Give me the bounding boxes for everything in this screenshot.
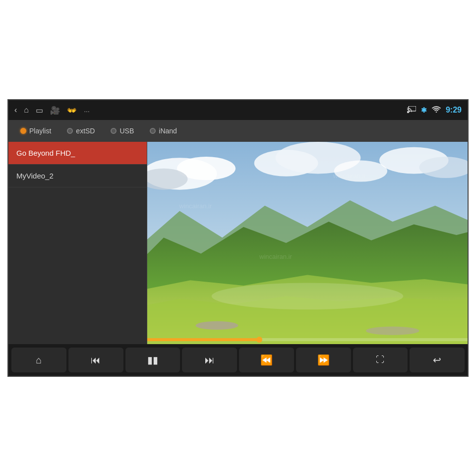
rewind-icon: ⏪ — [260, 354, 273, 366]
fullscreen-button[interactable]: ⛶ — [353, 348, 408, 372]
playlist-dot — [20, 128, 26, 134]
svg-point-2 — [436, 112, 437, 113]
inand-dot — [150, 128, 156, 134]
extsd-dot — [67, 128, 73, 134]
svg-point-17 — [196, 321, 238, 330]
usb-label: USB — [119, 127, 134, 135]
fullscreen-icon: ⛶ — [376, 355, 384, 365]
cast-icon — [407, 106, 416, 115]
device-frame: ‹ ⌂ ▭ 🎥 👐 … ✱ — [7, 99, 469, 377]
prev-icon: ⏮ — [91, 355, 101, 366]
next-icon: ⏭ — [205, 355, 215, 366]
source-tab-extsd[interactable]: extSD — [60, 124, 102, 138]
back-button[interactable]: ↩ — [410, 348, 465, 372]
bag-icon[interactable]: 👐 — [67, 106, 77, 115]
svg-point-18 — [366, 327, 419, 335]
home-button[interactable]: ⌂ — [11, 348, 66, 372]
playlist-item-1[interactable]: MyVideo_2 — [8, 165, 147, 187]
status-left-icons: ‹ ⌂ ▭ 🎥 👐 … — [14, 106, 90, 115]
source-bar: Playlist extSD USB iNand — [8, 120, 468, 142]
pause-button[interactable]: ▮▮ — [125, 348, 180, 372]
fastforward-icon: ⏩ — [317, 354, 330, 366]
progress-thumb — [256, 337, 262, 343]
controls-bar: ⌂ ⏮ ▮▮ ⏭ ⏪ ⏩ ⛶ ↩ — [8, 344, 468, 376]
svg-point-19 — [212, 283, 404, 310]
pause-icon: ▮▮ — [147, 354, 158, 366]
video-thumbnail: wincairan.ir wincairan.ir wincairan.ir — [147, 142, 468, 344]
source-tab-inand[interactable]: iNand — [143, 124, 184, 138]
svg-rect-0 — [407, 111, 409, 113]
status-right-icons: ✱ 9:29 — [407, 106, 462, 115]
recents-icon[interactable]: ▭ — [36, 106, 43, 115]
status-bar: ‹ ⌂ ▭ 🎥 👐 … ✱ — [8, 100, 468, 120]
fastforward-button[interactable]: ⏩ — [296, 348, 351, 372]
progress-bar-container[interactable] — [147, 338, 468, 341]
playlist-item-0[interactable]: Go Beyond FHD_ — [8, 142, 147, 165]
time-display: 9:29 — [446, 106, 462, 115]
camera-icon[interactable]: 🎥 — [50, 106, 60, 115]
home-btn-icon: ⌂ — [36, 355, 42, 366]
prev-button[interactable]: ⏮ — [68, 348, 123, 372]
extsd-label: extSD — [76, 127, 95, 135]
rewind-button[interactable]: ⏪ — [239, 348, 294, 372]
inand-label: iNand — [159, 127, 177, 135]
wifi-icon — [432, 106, 441, 115]
playlist-label: Playlist — [29, 127, 51, 135]
bluetooth-icon: ✱ — [421, 106, 427, 114]
svg-point-9 — [334, 161, 387, 182]
back-icon[interactable]: ‹ — [14, 106, 17, 115]
main-content: Go Beyond FHD_ MyVideo_2 — [8, 142, 468, 344]
progress-bar-fill — [147, 338, 259, 341]
source-tab-playlist[interactable]: Playlist — [13, 124, 58, 138]
video-area[interactable]: wincairan.ir wincairan.ir wincairan.ir — [147, 142, 468, 344]
home-icon[interactable]: ⌂ — [24, 106, 29, 115]
menu-dots-icon[interactable]: … — [84, 107, 90, 114]
next-button[interactable]: ⏭ — [182, 348, 237, 372]
playlist-panel: Go Beyond FHD_ MyVideo_2 — [8, 142, 147, 344]
source-tab-usb[interactable]: USB — [104, 124, 141, 138]
usb-dot — [111, 128, 117, 134]
back-icon: ↩ — [433, 354, 441, 366]
